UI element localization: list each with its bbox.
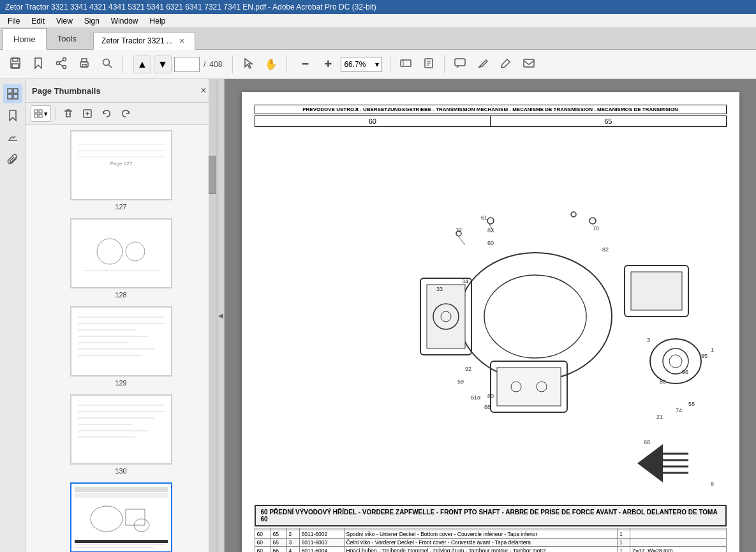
share-icon xyxy=(55,57,68,72)
page-number-input[interactable]: 131 xyxy=(174,57,200,72)
svg-point-12 xyxy=(103,59,110,65)
thumbnails-icon[interactable] xyxy=(3,84,22,103)
menu-file[interactable]: File xyxy=(3,15,25,27)
view-options-dropdown[interactable]: ▾ xyxy=(31,105,51,122)
svg-rect-63 xyxy=(75,487,168,492)
next-page-button[interactable]: ▼ xyxy=(154,56,172,73)
title-bar: Zetor Tractor 3321 3341 4321 4341 5321 5… xyxy=(0,0,756,14)
svg-text:61: 61 xyxy=(481,214,487,221)
zoom-out-button[interactable]: − xyxy=(295,54,315,75)
sidebar-toolbar-sep xyxy=(55,107,56,120)
svg-point-5 xyxy=(57,61,60,64)
svg-rect-10 xyxy=(82,59,87,62)
pdf-content-area: PREVODOVE USTROJI - ÜBERSETZUNGSGETRIEBE… xyxy=(225,79,756,552)
thumbnail-img-130 xyxy=(70,394,172,465)
svg-rect-43 xyxy=(71,220,171,287)
tab-bar: Home Tools Zetor Tractor 3321 ... × xyxy=(0,28,756,50)
edit-button[interactable] xyxy=(496,54,516,75)
svg-text:58: 58 xyxy=(688,401,695,407)
send-icon xyxy=(523,57,535,72)
svg-text:34: 34 xyxy=(462,278,468,285)
insert-pages-button[interactable] xyxy=(78,105,96,122)
svg-rect-64 xyxy=(75,493,168,498)
document-tab[interactable]: Zetor Tractor 3321 ... × xyxy=(93,32,195,50)
thumbnail-img-128 xyxy=(70,218,172,288)
thumbnail-label-129: 129 xyxy=(115,379,126,387)
thumbnail-131[interactable]: 131 xyxy=(70,482,172,552)
prev-page-button[interactable]: ▲ xyxy=(133,56,151,73)
home-tab[interactable]: Home xyxy=(3,28,47,50)
svg-text:60: 60 xyxy=(487,240,494,246)
svg-text:33: 33 xyxy=(436,286,443,292)
svg-point-79 xyxy=(650,339,701,384)
attachments-icon[interactable] xyxy=(3,149,22,168)
save-button[interactable] xyxy=(5,54,26,75)
print-button[interactable] xyxy=(74,54,94,75)
signatures-icon[interactable] xyxy=(3,128,22,147)
pen-button[interactable] xyxy=(473,54,493,75)
bookmarks-side-icon[interactable] xyxy=(3,106,22,125)
thumbnail-129[interactable]: 129 xyxy=(70,306,172,387)
select-tool-button[interactable] xyxy=(238,54,258,75)
svg-rect-26 xyxy=(13,94,18,99)
menu-sign[interactable]: Sign xyxy=(79,15,105,27)
svg-rect-2 xyxy=(12,64,19,68)
svg-rect-83 xyxy=(497,368,561,406)
menu-edit[interactable]: Edit xyxy=(26,15,50,27)
redo-button[interactable] xyxy=(117,105,135,122)
menu-view[interactable]: View xyxy=(51,15,78,27)
table-row: 606536011-6003Čelní víko - Vorderer Deck… xyxy=(255,539,726,547)
up-arrow-icon: ▲ xyxy=(137,59,147,70)
send-button[interactable] xyxy=(519,54,539,75)
page-navigation: ▲ ▼ 131 / 408 xyxy=(133,56,222,73)
share-button[interactable] xyxy=(51,54,71,75)
zoom-dropdown-arrow: ▾ xyxy=(375,60,379,69)
svg-rect-14 xyxy=(401,60,411,66)
thumbnail-127[interactable]: Page 127 127 xyxy=(70,130,172,211)
menu-help[interactable]: Help xyxy=(145,15,171,27)
delete-thumbnail-button[interactable] xyxy=(59,105,77,122)
select-icon xyxy=(242,57,255,72)
search-icon xyxy=(101,57,114,72)
svg-text:68: 68 xyxy=(644,439,650,445)
svg-text:82: 82 xyxy=(602,246,609,253)
comment-button[interactable] xyxy=(450,54,470,75)
parts-section-header: 60 PŘEDNÍ VÝVODOVÝ HŘÍDEL - VORDERE ZAPF… xyxy=(255,505,727,526)
close-tab-button[interactable]: × xyxy=(177,36,187,46)
svg-text:96: 96 xyxy=(682,369,688,375)
svg-rect-55 xyxy=(71,396,171,463)
toolbar-sep-3 xyxy=(286,56,287,73)
svg-point-81 xyxy=(669,355,682,368)
parts-table: 606526011-6002Spodní víko - Unterer Deck… xyxy=(255,528,727,552)
svg-rect-23 xyxy=(8,89,12,93)
bookmark-button[interactable] xyxy=(28,54,48,75)
svg-rect-22 xyxy=(524,59,534,67)
thumbnail-label-128: 128 xyxy=(115,291,126,299)
collapse-handle[interactable]: ◀ xyxy=(217,79,225,552)
pages-icon xyxy=(422,57,435,72)
sidebar-scrollbar-thumb[interactable] xyxy=(209,156,216,194)
zoom-dropdown[interactable]: 66.7% ▾ xyxy=(341,57,382,72)
svg-point-72 xyxy=(484,275,586,358)
pages-button[interactable] xyxy=(419,54,439,75)
tools-tab[interactable]: Tools xyxy=(47,27,87,49)
doc-tab-label: Zetor Tractor 3321 ... xyxy=(101,36,173,45)
hand-tool-button[interactable]: ✋ xyxy=(261,54,281,75)
svg-rect-47 xyxy=(71,308,171,375)
sidebar-scrollbar[interactable] xyxy=(209,79,216,552)
search-button[interactable] xyxy=(97,54,117,75)
menu-bar: File Edit View Sign Window Help xyxy=(0,14,756,28)
main-area: Page Thumbnails × ▾ xyxy=(0,79,756,552)
sidebar-close-button[interactable]: × xyxy=(197,84,210,97)
down-arrow-icon: ▼ xyxy=(158,59,168,70)
thumbnail-130[interactable]: 130 xyxy=(70,394,172,475)
thumbnail-label-127: 127 xyxy=(115,203,126,211)
zoom-in-button[interactable]: + xyxy=(318,54,338,75)
undo-button[interactable] xyxy=(98,105,115,122)
sidebar-panel: Page Thumbnails × ▾ xyxy=(26,79,217,552)
menu-window[interactable]: Window xyxy=(106,15,144,27)
svg-text:95: 95 xyxy=(701,353,708,359)
thumbnail-128[interactable]: 128 xyxy=(70,218,172,299)
svg-rect-24 xyxy=(13,89,18,93)
fit-page-button[interactable] xyxy=(396,54,416,75)
